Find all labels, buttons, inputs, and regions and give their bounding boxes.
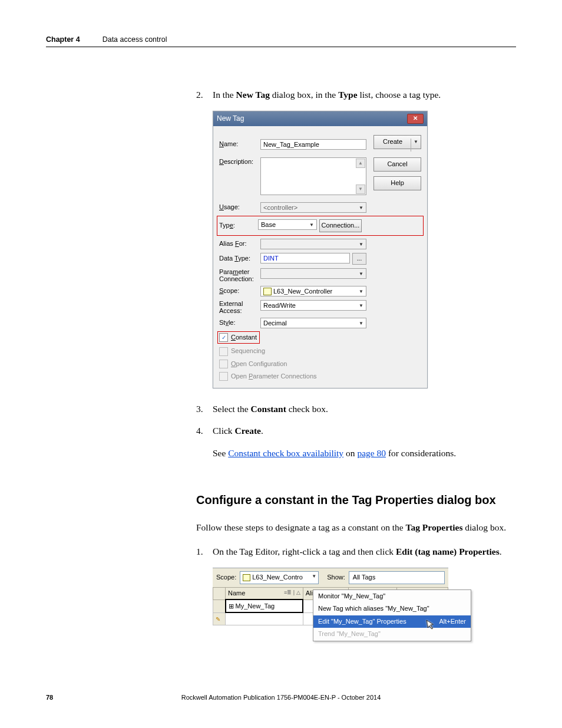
external-access-label: External Access: [219, 300, 260, 314]
constant-availability-link[interactable]: Constant check box availability [228, 448, 343, 458]
cancel-button[interactable]: Cancel [373, 157, 421, 172]
menu-new-alias[interactable]: New Tag which aliases "My_New_Tag" [313, 602, 471, 615]
style-dropdown[interactable]: Decimal [260, 318, 366, 328]
bold: Constant [251, 404, 286, 414]
open-param-checkbox [219, 372, 228, 381]
page-link[interactable]: page 80 [357, 448, 386, 458]
text: for considerations. [386, 448, 456, 458]
page-header: Chapter 4 Data access control [46, 35, 516, 47]
step-number: 3. [196, 403, 213, 416]
step-number: 4. [196, 424, 213, 437]
type-dropdown[interactable]: Base [258, 219, 317, 230]
constant-checkbox[interactable]: ✓ [219, 333, 228, 342]
help-button[interactable]: Help [373, 176, 421, 190]
description-label: Description: [219, 157, 260, 166]
text: check box. [286, 404, 328, 414]
create-button[interactable]: Create [373, 135, 421, 149]
publication-info: Rockwell Automation Publication 1756-PM0… [181, 694, 381, 701]
sequencing-checkbox [219, 347, 228, 356]
step-1b: 1. On the Tag Editor, right-click a tag … [196, 545, 516, 558]
scroll-up-icon[interactable]: ▲ [356, 159, 365, 168]
bold: New Tag [236, 90, 270, 100]
bold: Create [234, 426, 260, 436]
open-config-label: Open Configuration [231, 360, 287, 368]
constant-highlight: ✓ Constant [218, 332, 259, 343]
context-menu: Monitor "My_New_Tag" New Tag which alias… [313, 589, 471, 641]
scroll-down-icon[interactable]: ▼ [356, 185, 365, 194]
text: dialog box. [462, 522, 506, 532]
close-icon[interactable]: ✕ [407, 114, 424, 124]
text: Select the [213, 404, 251, 414]
text: In the [213, 90, 236, 100]
bold: Edit (tag name) Properties [396, 546, 500, 556]
text: list, choose a tag type. [358, 90, 441, 100]
constant-label: Constant [231, 333, 257, 342]
text: Click [213, 426, 234, 436]
controller-icon [243, 574, 250, 581]
tag-editor-screenshot: Scope: L63_New_Contro Show: All Tags Nam… [213, 568, 448, 625]
text: Follow these steps to designate a tag as… [196, 522, 406, 532]
menu-edit-properties[interactable]: Edit "My_New_Tag" PropertiesAlt+Enter [313, 615, 471, 628]
browse-button[interactable]: ... [352, 253, 366, 265]
bold: Tag Properties [406, 522, 463, 532]
step-2: 2. In the New Tag dialog box, in the Typ… [196, 88, 516, 101]
bold: Type [338, 90, 357, 100]
datatype-input[interactable]: DINT [260, 253, 350, 263]
text: . [261, 426, 263, 436]
alias-dropdown [260, 239, 366, 249]
open-param-label: Open Parameter Connections [231, 372, 317, 381]
menu-monitor[interactable]: Monitor "My_New_Tag" [313, 590, 471, 602]
step-3: 3. Select the Constant check box. [196, 403, 516, 416]
name-input[interactable] [260, 139, 366, 150]
datatype-label: Data Type: [219, 254, 260, 263]
open-config-checkbox [219, 360, 228, 368]
name-label: Name: [219, 140, 260, 149]
section-heading: Configure a constant in the Tag Properti… [196, 492, 516, 508]
show-label: Show: [327, 573, 345, 582]
controller-icon [263, 288, 272, 295]
sequencing-label: Sequencing [231, 347, 265, 355]
paragraph: Follow these steps to designate a tag as… [196, 521, 516, 534]
alias-label: Alias For: [219, 239, 260, 248]
description-input[interactable]: ▲ ▼ [260, 157, 366, 195]
external-access-dropdown[interactable]: Read/Write [260, 300, 366, 311]
see-line: See Constant check box availability on p… [213, 447, 516, 460]
type-label: Type: [219, 221, 258, 230]
pencil-icon: ✎ [216, 616, 220, 622]
parameter-dropdown [260, 268, 366, 279]
text: . [500, 546, 502, 556]
sort-icon[interactable]: ≡≣ | △ [284, 589, 300, 597]
style-label: Style: [219, 318, 260, 327]
text: On the Tag Editor, right-click a tag and… [213, 546, 396, 556]
tag-name: My_New_Tag [236, 602, 275, 610]
section-label: Data access control [103, 35, 167, 44]
text: dialog box, in the [270, 90, 338, 100]
page-footer: 78 Rockwell Automation Publication 1756-… [46, 694, 516, 701]
usage-dropdown: <controller> [260, 202, 366, 213]
col-name[interactable]: Name ≡≣ | △ [226, 588, 303, 600]
step-number: 1. [196, 545, 213, 558]
text: on [343, 448, 357, 458]
dialog-title-text: New Tag [217, 114, 244, 124]
scope-dropdown[interactable]: L63_New_Controller [260, 286, 366, 297]
scope-label: Scope: [219, 286, 260, 295]
dialog-titlebar: New Tag ✕ [213, 111, 427, 126]
scope-label: Scope: [216, 573, 236, 582]
chapter-label: Chapter 4 [46, 35, 80, 44]
usage-label: Usage: [219, 203, 260, 212]
show-input[interactable]: All Tags [349, 571, 445, 584]
new-tag-dialog: New Tag ✕ Name: Create Description: ▲ ▼ [213, 111, 428, 388]
step-number: 2. [196, 88, 213, 101]
text: See [213, 448, 228, 458]
connection-button[interactable]: Connection... [319, 219, 362, 232]
scope-dropdown[interactable]: L63_New_Contro [240, 571, 319, 584]
menu-trend[interactable]: Trend "My_New_Tag" [313, 628, 471, 640]
step-4: 4. Click Create. [196, 424, 516, 437]
page-number: 78 [46, 694, 53, 701]
parameter-label: Parameter Connection: [219, 268, 260, 282]
